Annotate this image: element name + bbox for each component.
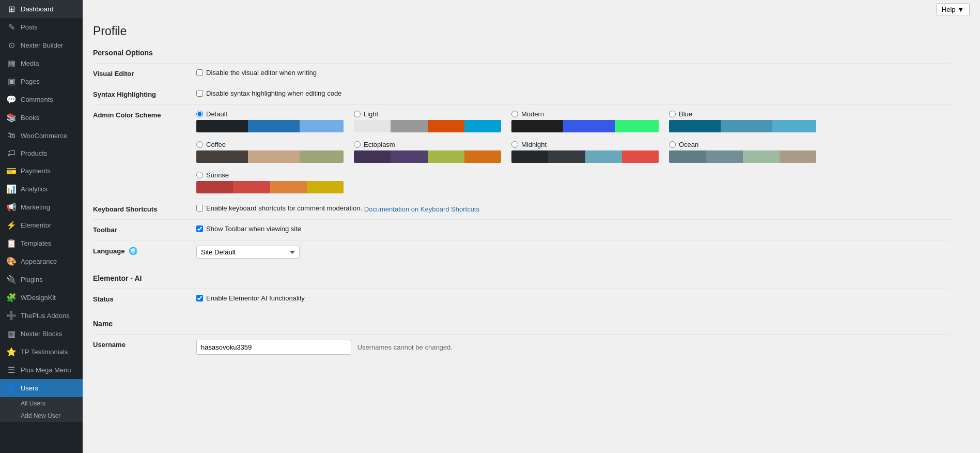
sidebar-item-nexter-blocks[interactable]: ▦ Nexter Blocks — [0, 325, 83, 343]
pages-icon: ▣ — [6, 77, 17, 86]
elementor-ai-title: Elementor - AI — [93, 274, 951, 282]
toolbar-checkbox-label[interactable]: Show Toolbar when viewing site — [196, 225, 301, 233]
syntax-highlighting-checkbox[interactable] — [196, 90, 203, 97]
color-swatch — [428, 120, 464, 132]
color-scheme-blue: Blue — [669, 110, 816, 132]
sidebar-item-label: Marketing — [21, 203, 50, 211]
sidebar-item-label: Dashboard — [21, 5, 54, 13]
books-icon: 📚 — [6, 113, 17, 123]
color-scheme-ectoplasm: Ectoplasm — [354, 141, 501, 163]
elementor-ai-status-row: Status Enable Elementor AI functionality — [93, 289, 951, 310]
sidebar-item-marketing[interactable]: 📢 Marketing — [0, 198, 83, 216]
sidebar-item-woocommerce[interactable]: 🛍 WooCommerce — [0, 127, 83, 144]
sidebar-item-media[interactable]: ▦ Media — [0, 54, 83, 72]
username-note: Usernames cannot be changed. — [357, 343, 453, 351]
elementor-ai-checkbox[interactable] — [196, 295, 203, 301]
color-scheme-radio-blue[interactable] — [669, 111, 676, 117]
page-title: Profile — [93, 24, 951, 38]
sidebar-item-tp-testimonials[interactable]: ⭐ TP Testimonials — [0, 343, 83, 361]
color-scheme-radio-ectoplasm[interactable] — [354, 141, 361, 148]
sidebar-item-dashboard[interactable]: ⊞ Dashboard — [0, 0, 83, 18]
color-swatch — [354, 150, 391, 163]
color-scheme-radio-ocean[interactable] — [669, 141, 676, 148]
color-scheme-default: Default — [196, 110, 344, 132]
help-button[interactable]: Help ▼ — [936, 3, 970, 16]
sidebar-item-label: Products — [21, 149, 47, 157]
color-scheme-radio-light[interactable] — [354, 111, 361, 117]
syntax-highlighting-checkbox-label[interactable]: Disable syntax highlighting when editing… — [196, 89, 341, 97]
color-swatch — [669, 120, 721, 132]
color-swatch — [307, 181, 344, 193]
color-scheme-radio-coffee[interactable] — [196, 141, 203, 148]
sidebar-sub-all-users[interactable]: All Users — [0, 397, 83, 410]
visual-editor-checkbox[interactable] — [196, 69, 203, 76]
username-input[interactable] — [196, 340, 351, 355]
color-scheme-label-light: Light — [364, 110, 378, 118]
sidebar-sub-add-new-user[interactable]: Add New User — [0, 410, 83, 422]
color-scheme-radio-midnight[interactable] — [511, 141, 518, 148]
username-label: Username — [93, 335, 196, 360]
color-scheme-modern: Modern — [511, 110, 659, 132]
syntax-highlighting-label: Syntax Highlighting — [93, 84, 196, 105]
keyboard-shortcuts-link[interactable]: Documentation on Keyboard Shortcuts — [364, 205, 479, 213]
admin-color-scheme-row: Admin Color Scheme DefaultLightModernBlu… — [93, 105, 951, 199]
comments-icon: 💬 — [6, 95, 17, 104]
plugins-icon: 🔌 — [6, 275, 17, 284]
sidebar-item-comments[interactable]: 💬 Comments — [0, 90, 83, 109]
color-swatch — [391, 120, 427, 132]
color-scheme-swatches-sunrise — [196, 181, 344, 193]
language-select[interactable]: Site Default — [196, 246, 300, 259]
sidebar-item-plugins[interactable]: 🔌 Plugins — [0, 270, 83, 289]
sidebar-item-wdesignkit[interactable]: 🧩 WDesignKit — [0, 289, 83, 307]
color-swatch — [300, 120, 344, 132]
elementor-ai-checkbox-label[interactable]: Enable Elementor AI functionality — [196, 294, 305, 302]
color-scheme-swatches-coffee — [196, 150, 344, 163]
color-scheme-radio-sunrise[interactable] — [196, 172, 203, 178]
syntax-highlighting-row: Syntax Highlighting Disable syntax highl… — [93, 84, 951, 105]
visual-editor-checkbox-label[interactable]: Disable the visual editor when writing — [196, 69, 317, 77]
sidebar-item-theplus-addons[interactable]: ➕ ThePlus Addons — [0, 307, 83, 325]
sidebar-item-pages[interactable]: ▣ Pages — [0, 72, 83, 90]
visual-editor-checkbox-text: Disable the visual editor when writing — [206, 69, 317, 77]
color-scheme-radio-default[interactable] — [196, 111, 203, 117]
color-swatch — [464, 150, 501, 163]
sidebar-item-products[interactable]: 🏷 Products — [0, 144, 83, 162]
color-swatch — [585, 150, 622, 163]
color-scheme-swatches-ocean — [669, 150, 816, 163]
sidebar-item-label: Media — [21, 59, 39, 67]
sidebar-item-label: Pages — [21, 78, 40, 85]
sidebar-item-label: Nexter Builder — [21, 41, 63, 49]
theplus-icon: ➕ — [6, 311, 17, 321]
color-swatch — [428, 150, 464, 163]
name-form-table: Username Usernames cannot be changed. — [93, 334, 951, 360]
color-scheme-radio-modern[interactable] — [511, 111, 518, 117]
sidebar-item-label: Books — [21, 114, 39, 122]
sidebar-item-nexter-builder[interactable]: ⊙ Nexter Builder — [0, 36, 83, 54]
visual-editor-row: Visual Editor Disable the visual editor … — [93, 64, 951, 84]
keyboard-shortcuts-checkbox[interactable] — [196, 205, 203, 212]
sidebar-item-label: Posts — [21, 23, 38, 31]
color-swatch — [548, 150, 585, 163]
sidebar-item-appearance[interactable]: 🎨 Appearance — [0, 252, 83, 270]
sidebar-item-posts[interactable]: ✎ Posts — [0, 18, 83, 36]
sidebar-item-elementor[interactable]: ⚡ Elementor — [0, 216, 83, 234]
color-scheme-label-coffee: Coffee — [206, 141, 226, 148]
sidebar-item-templates[interactable]: 📋 Templates — [0, 234, 83, 252]
color-swatch — [233, 181, 270, 193]
posts-icon: ✎ — [6, 22, 17, 32]
color-swatch — [563, 120, 615, 132]
sidebar-item-plus-mega-menu[interactable]: ☰ Plus Mega Menu — [0, 361, 83, 379]
color-swatch — [248, 120, 300, 132]
sidebar-item-analytics[interactable]: 📊 Analytics — [0, 180, 83, 198]
sidebar-item-label: Templates — [21, 239, 51, 247]
sidebar-item-books[interactable]: 📚 Books — [0, 109, 83, 127]
keyboard-shortcuts-label: Keyboard Shortcuts — [93, 199, 196, 220]
color-swatch — [743, 150, 780, 163]
sidebar-item-users[interactable]: 👤 Users — [0, 379, 83, 397]
sidebar-item-payments[interactable]: 💳 Payments — [0, 162, 83, 180]
color-scheme-coffee: Coffee — [196, 141, 344, 163]
toolbar-checkbox[interactable] — [196, 225, 203, 232]
keyboard-shortcuts-checkbox-label[interactable]: Enable keyboard shortcuts for comment mo… — [196, 204, 362, 212]
sidebar-item-label: WDesignKit — [21, 294, 56, 301]
sidebar-item-label: Plugins — [21, 276, 43, 283]
